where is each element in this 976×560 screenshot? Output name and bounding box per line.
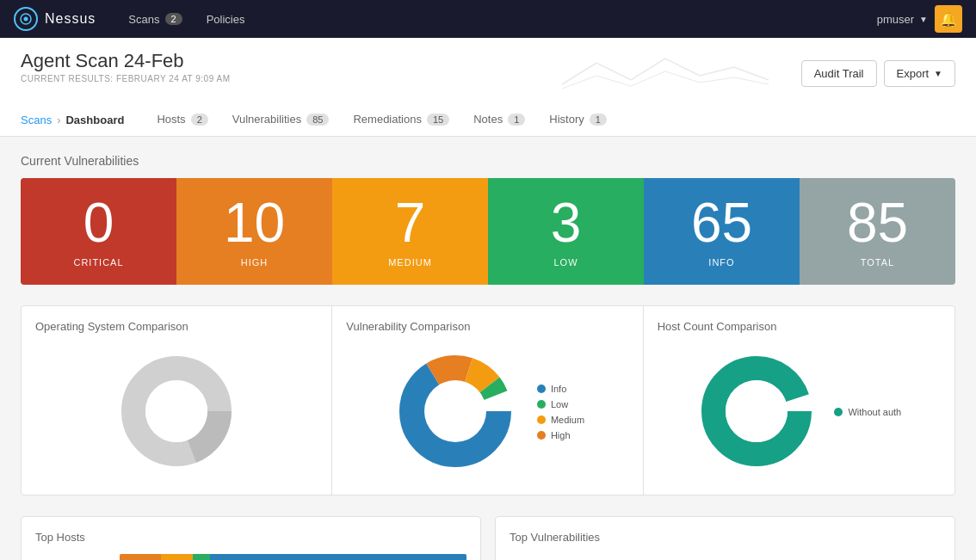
tab-vulnerabilities[interactable]: Vulnerabilities 85 xyxy=(220,104,342,136)
high-number: 10 xyxy=(185,195,324,250)
card-low[interactable]: 3 LOW xyxy=(488,178,644,285)
main-content: Current Vulnerabilities 0 CRITICAL 10 HI… xyxy=(0,137,976,560)
tab-remediations[interactable]: Remediations 15 xyxy=(341,104,461,136)
tab-history[interactable]: History 1 xyxy=(537,104,619,136)
page-title: Agent Scan 24-Feb xyxy=(21,50,230,72)
host-donut xyxy=(696,351,817,474)
breadcrumb-tabs: Scans › Dashboard Hosts 2 Vulnerabilitie… xyxy=(21,104,955,136)
breadcrumb-scans[interactable]: Scans xyxy=(21,114,52,126)
history-badge: 1 xyxy=(590,114,607,126)
svg-point-1 xyxy=(24,17,28,22)
header-actions: Audit Trail Export ▼ xyxy=(545,50,955,97)
vuln-row-1[interactable]: MS KB2269637: Insecure Library Loading C… xyxy=(510,554,941,560)
page-subtitle: CURRENT RESULTS: FEBRUARY 24 AT 9:09 AM xyxy=(21,74,230,83)
card-high[interactable]: 10 HIGH xyxy=(176,178,332,285)
notes-badge: 1 xyxy=(508,114,525,126)
top-vulns-panel: Top Vulnerabilities MS KB2269637: Insecu… xyxy=(495,516,955,560)
nav-right: pmuser ▼ 🔔 xyxy=(877,5,962,33)
notification-button[interactable]: 🔔 xyxy=(935,5,962,33)
vuln-section-title: Current Vulnerabilities xyxy=(21,154,955,168)
top-nav: Nessus Scans 2 Policies pmuser ▼ 🔔 xyxy=(0,0,976,38)
page-header: Agent Scan 24-Feb CURRENT RESULTS: FEBRU… xyxy=(0,38,976,137)
tab-notes[interactable]: Notes 1 xyxy=(461,104,537,136)
tab-hosts[interactable]: Hosts 2 xyxy=(145,104,219,136)
host-row-1: NESPM-AGE... 10 7 3 65 xyxy=(35,554,466,560)
card-total[interactable]: 85 TOTAL xyxy=(800,178,955,285)
host-legend: Without auth xyxy=(834,407,901,417)
logo-text: Nessus xyxy=(45,11,96,27)
export-button[interactable]: Export ▼ xyxy=(884,60,955,87)
info-dot xyxy=(537,385,546,393)
bar-medium-1: 7 xyxy=(161,554,192,560)
host-chart-title: Host Count Comparison xyxy=(658,320,941,333)
legend-medium: Medium xyxy=(537,415,584,425)
vuln-donut xyxy=(391,347,520,478)
legend-high: High xyxy=(537,430,584,440)
high-label: HIGH xyxy=(185,257,324,268)
charts-row: Operating System Comparison Vulnerabilit… xyxy=(21,305,955,495)
top-vulns-title: Top Vulnerabilities xyxy=(510,531,941,544)
top-hosts-panel: Top Hosts NESPM-AGE... 10 7 3 65 NESPM-A… xyxy=(21,516,481,560)
vulns-badge: 85 xyxy=(306,114,329,126)
legend-info: Info xyxy=(537,384,584,394)
logo-area: Nessus xyxy=(14,7,96,31)
os-comparison-panel: Operating System Comparison xyxy=(22,306,332,495)
bottom-row: Top Hosts NESPM-AGE... 10 7 3 65 NESPM-A… xyxy=(21,516,955,560)
total-label: TOTAL xyxy=(808,257,947,268)
scans-badge: 2 xyxy=(165,13,182,25)
os-donut xyxy=(116,351,237,474)
bar-high-1: 10 xyxy=(120,554,161,560)
os-chart-title: Operating System Comparison xyxy=(35,320,318,333)
info-number: 65 xyxy=(652,195,791,250)
remediations-badge: 15 xyxy=(427,114,449,126)
sparkline-chart xyxy=(545,50,786,97)
card-info[interactable]: 65 INFO xyxy=(644,178,800,285)
hosts-badge: 2 xyxy=(191,114,208,126)
low-label: LOW xyxy=(497,257,635,268)
host-count-panel: Host Count Comparison Without auth xyxy=(644,306,954,495)
vuln-legend: Info Low Medium High xyxy=(537,384,584,440)
card-medium[interactable]: 7 MEDIUM xyxy=(332,178,488,285)
svg-point-11 xyxy=(726,380,788,442)
page-title-row: Agent Scan 24-Feb CURRENT RESULTS: FEBRU… xyxy=(21,50,955,97)
info-label: INFO xyxy=(652,257,791,268)
breadcrumb-current: Dashboard xyxy=(65,114,124,126)
chevron-down-icon: ▼ xyxy=(934,69,942,78)
nessus-logo-icon xyxy=(14,7,38,31)
vuln-cards: 0 CRITICAL 10 HIGH 7 MEDIUM 3 LOW 65 INF… xyxy=(21,178,955,285)
audit-trail-button[interactable]: Audit Trail xyxy=(801,60,877,87)
tabs-list: Hosts 2 Vulnerabilities 85 Remediations … xyxy=(145,104,618,136)
low-dot xyxy=(537,400,546,409)
title-area: Agent Scan 24-Feb CURRENT RESULTS: FEBRU… xyxy=(21,50,230,83)
nav-policies[interactable]: Policies xyxy=(195,0,257,38)
host-chart-area: Without auth xyxy=(658,343,941,481)
vuln-chart-area: Info Low Medium High xyxy=(346,343,628,481)
breadcrumb-separator: › xyxy=(57,114,60,126)
host-bar-1: 10 7 3 65 xyxy=(120,554,466,560)
card-critical[interactable]: 0 CRITICAL xyxy=(21,178,176,285)
os-chart-area xyxy=(35,343,318,481)
bar-low-1: 3 xyxy=(193,554,210,560)
critical-label: CRITICAL xyxy=(29,257,168,268)
critical-number: 0 xyxy=(29,195,168,250)
chevron-down-icon: ▼ xyxy=(919,15,928,24)
nav-scans[interactable]: Scans 2 xyxy=(116,0,194,38)
user-menu[interactable]: pmuser ▼ xyxy=(877,13,928,26)
total-number: 85 xyxy=(808,195,947,250)
legend-low: Low xyxy=(537,399,584,409)
svg-point-4 xyxy=(145,380,207,442)
without-auth-dot xyxy=(834,408,843,416)
medium-number: 7 xyxy=(341,195,479,250)
svg-point-9 xyxy=(424,380,486,442)
bar-info-1: 65 xyxy=(210,554,466,560)
vuln-comparison-panel: Vulnerability Comparison xyxy=(332,306,643,495)
breadcrumb: Scans › Dashboard xyxy=(21,114,124,126)
top-hosts-title: Top Hosts xyxy=(35,531,466,544)
high-dot xyxy=(537,431,546,440)
medium-dot xyxy=(537,415,546,424)
vuln-chart-title: Vulnerability Comparison xyxy=(346,320,628,333)
legend-without-auth: Without auth xyxy=(834,407,901,417)
medium-label: MEDIUM xyxy=(341,257,479,268)
low-number: 3 xyxy=(497,195,635,250)
